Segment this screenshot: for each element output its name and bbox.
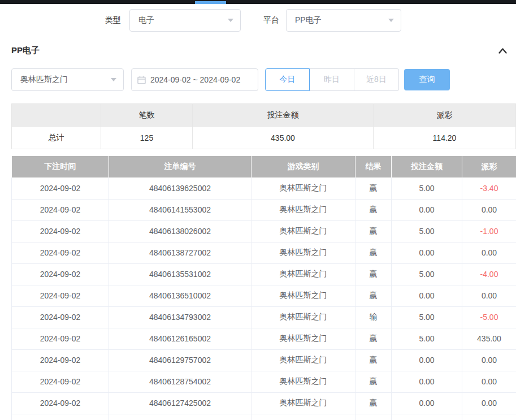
payout-cell: 0.00: [462, 349, 516, 371]
bet-amount-cell: 5.00: [392, 414, 462, 420]
payout-cell: 0.00: [462, 242, 516, 263]
summary-total-count: 125: [101, 127, 193, 149]
order-id-cell: 48406125316002: [109, 414, 252, 420]
top-bar-accent-indicator: [195, 1, 226, 4]
bet-amount-cell: 0.00: [392, 285, 462, 306]
bet-time-cell: 2024-09-02: [12, 263, 109, 285]
type-select-value: 电子: [138, 15, 154, 25]
result-cell: 赢: [355, 285, 392, 306]
bet-time-cell: 2024-09-02: [12, 220, 109, 242]
bet-time-cell: 2024-09-02: [12, 328, 109, 349]
bet-amount-cell: 5.00: [392, 177, 462, 199]
result-cell: 赢: [355, 392, 392, 414]
order-id-cell: 48406139625002: [109, 177, 252, 199]
result-cell: 赢: [355, 349, 392, 371]
bet-amount-cell: 0.00: [392, 242, 462, 263]
section-title: PP电子: [11, 45, 40, 56]
summary-total-row: 总计 125 435.00 114.20: [12, 127, 516, 149]
detail-table-container: 下注时间 注单编号 游戏类别 结果 投注金额 派彩 2024-09-024840…: [0, 156, 516, 420]
result-cell: 赢: [355, 220, 392, 242]
header-order-id: 注单编号: [109, 156, 252, 177]
quick-range-button[interactable]: 昨日: [310, 68, 354, 91]
game-type-cell: 奥林匹斯之门: [252, 199, 355, 220]
table-row: 2024-09-0248406134793002奥林匹斯之门输5.00-5.00: [12, 306, 516, 328]
result-cell: 赢: [355, 371, 392, 392]
header-result: 结果: [355, 156, 392, 177]
game-type-cell: 奥林匹斯之门: [252, 285, 355, 306]
chevron-up-icon: [498, 47, 508, 55]
result-cell: 赢: [355, 242, 392, 263]
bet-time-cell: 2024-09-02: [12, 242, 109, 263]
bet-time-cell: 2024-09-02: [12, 414, 109, 420]
summary-header-bet-amount: 投注金额: [193, 104, 374, 127]
payout-cell: 0.00: [462, 392, 516, 414]
quick-range-button[interactable]: 今日: [265, 68, 310, 91]
table-row: 2024-09-0248406125316002奥林匹斯之门输5.00-5.00: [12, 414, 516, 420]
header-bet-time: 下注时间: [12, 156, 109, 177]
date-range-input[interactable]: 2024-09-02 ~ 2024-09-02: [131, 68, 258, 91]
result-cell: 赢: [355, 199, 392, 220]
bet-time-cell: 2024-09-02: [12, 199, 109, 220]
order-id-cell: 48406126165002: [109, 328, 252, 349]
order-id-cell: 48406138727002: [109, 242, 252, 263]
result-cell: 输: [355, 306, 392, 328]
table-row: 2024-09-0248406136510002奥林匹斯之门赢0.000.00: [12, 285, 516, 306]
date-range-value: 2024-09-02 ~ 2024-09-02: [150, 75, 240, 84]
chevron-down-icon: [111, 78, 116, 81]
type-select[interactable]: 电子: [129, 9, 241, 32]
table-row: 2024-09-0248406139625002奥林匹斯之门赢5.00-3.40: [12, 177, 516, 199]
detail-header-row: 下注时间 注单编号 游戏类别 结果 投注金额 派彩: [12, 156, 516, 177]
bet-amount-cell: 0.00: [392, 199, 462, 220]
order-id-cell: 48406141553002: [109, 199, 252, 220]
header-game-type: 游戏类别: [252, 156, 355, 177]
bet-time-cell: 2024-09-02: [12, 349, 109, 371]
bet-amount-cell: 5.00: [392, 220, 462, 242]
game-type-cell: 奥林匹斯之门: [252, 414, 355, 420]
type-filter-label: 类型: [105, 15, 121, 25]
query-button[interactable]: 查询: [404, 69, 450, 90]
game-type-cell: 奥林匹斯之门: [252, 328, 355, 349]
bet-amount-cell: 5.00: [392, 306, 462, 328]
order-id-cell: 48406138026002: [109, 220, 252, 242]
result-cell: 赢: [355, 263, 392, 285]
payout-cell: 0.00: [462, 199, 516, 220]
table-row: 2024-09-0248406141553002奥林匹斯之门赢0.000.00: [12, 199, 516, 220]
payout-cell: 0.00: [462, 285, 516, 306]
game-type-cell: 奥林匹斯之门: [252, 392, 355, 414]
summary-total-label: 总计: [12, 127, 101, 149]
bet-amount-cell: 5.00: [392, 328, 462, 349]
payout-cell: 435.00: [462, 328, 516, 349]
summary-table: 笔数 投注金额 派彩 总计 125 435.00 114.20: [11, 103, 516, 149]
table-row: 2024-09-0248406138727002奥林匹斯之门赢0.000.00: [12, 242, 516, 263]
detail-table-body: 2024-09-0248406139625002奥林匹斯之门赢5.00-3.40…: [12, 177, 516, 420]
bet-time-cell: 2024-09-02: [12, 306, 109, 328]
table-row: 2024-09-0248406129757002奥林匹斯之门赢0.000.00: [12, 349, 516, 371]
order-id-cell: 48406129757002: [109, 349, 252, 371]
table-row: 2024-09-0248406138026002奥林匹斯之门赢5.00-1.00: [12, 220, 516, 242]
platform-select[interactable]: PP电子: [286, 9, 401, 32]
result-cell: 赢: [355, 328, 392, 349]
chevron-down-icon: [228, 19, 233, 22]
payout-cell: -5.00: [462, 414, 516, 420]
payout-cell: 0.00: [462, 371, 516, 392]
platform-select-value: PP电子: [295, 15, 322, 25]
game-type-cell: 奥林匹斯之门: [252, 263, 355, 285]
bet-amount-cell: 5.00: [392, 263, 462, 285]
order-id-cell: 48406128754002: [109, 371, 252, 392]
header-bet-amount: 投注金额: [392, 156, 462, 177]
bet-time-cell: 2024-09-02: [12, 285, 109, 306]
game-type-cell: 奥林匹斯之门: [252, 306, 355, 328]
game-type-cell: 奥林匹斯之门: [252, 220, 355, 242]
game-type-cell: 奥林匹斯之门: [252, 371, 355, 392]
table-row: 2024-09-0248406126165002奥林匹斯之门赢5.00435.0…: [12, 328, 516, 349]
bet-records-table: 下注时间 注单编号 游戏类别 结果 投注金额 派彩 2024-09-024840…: [11, 156, 516, 420]
controls-row: 奥林匹斯之门 2024-09-02 ~ 2024-09-02 今日昨日近8日 查…: [0, 68, 516, 91]
quick-range-button[interactable]: 近8日: [354, 68, 399, 91]
header-payout: 派彩: [462, 156, 516, 177]
summary-total-payout: 114.20: [374, 127, 516, 149]
payout-cell: -1.00: [462, 220, 516, 242]
game-select[interactable]: 奥林匹斯之门: [11, 68, 124, 91]
collapse-section-button[interactable]: [498, 47, 508, 55]
result-cell: 输: [355, 414, 392, 420]
order-id-cell: 48406135531002: [109, 263, 252, 285]
